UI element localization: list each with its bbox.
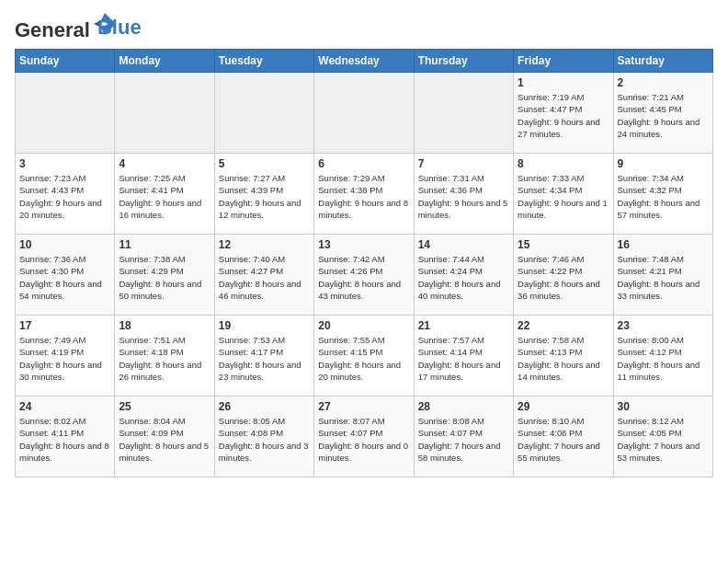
calendar-cell: 6Sunrise: 7:29 AM Sunset: 4:38 PM Daylig…: [314, 154, 414, 235]
calendar-cell: 4Sunrise: 7:25 AM Sunset: 4:41 PM Daylig…: [115, 154, 214, 235]
calendar-cell: 18Sunrise: 7:51 AM Sunset: 4:18 PM Dayli…: [115, 316, 214, 396]
calendar-cell: 5Sunrise: 7:27 AM Sunset: 4:39 PM Daylig…: [214, 154, 313, 235]
day-number: 19: [219, 319, 310, 332]
day-info: Sunrise: 7:21 AM Sunset: 4:45 PM Dayligh…: [618, 91, 709, 140]
calendar-cell: 13Sunrise: 7:42 AM Sunset: 4:26 PM Dayli…: [314, 235, 414, 316]
day-number: 13: [318, 238, 409, 251]
day-info: Sunrise: 8:08 AM Sunset: 4:07 PM Dayligh…: [418, 415, 509, 464]
day-number: 14: [418, 238, 509, 251]
day-number: 3: [19, 157, 110, 170]
calendar-cell: 26Sunrise: 8:05 AM Sunset: 4:08 PM Dayli…: [214, 396, 313, 477]
day-number: 11: [119, 238, 210, 251]
calendar-cell: [314, 73, 414, 154]
calendar-cell: 22Sunrise: 7:58 AM Sunset: 4:13 PM Dayli…: [514, 316, 613, 396]
day-info: Sunrise: 7:51 AM Sunset: 4:18 PM Dayligh…: [119, 334, 210, 383]
page-header: General Blue: [15, 15, 713, 41]
column-header-wednesday: Wednesday: [314, 50, 414, 73]
logo: General Blue: [15, 15, 142, 41]
day-number: 23: [618, 319, 709, 332]
column-header-friday: Friday: [514, 50, 613, 73]
calendar-cell: 12Sunrise: 7:40 AM Sunset: 4:27 PM Dayli…: [214, 235, 313, 316]
day-info: Sunrise: 8:00 AM Sunset: 4:12 PM Dayligh…: [618, 334, 709, 383]
calendar-cell: 20Sunrise: 7:55 AM Sunset: 4:15 PM Dayli…: [314, 316, 414, 396]
calendar-week-0: 1Sunrise: 7:19 AM Sunset: 4:47 PM Daylig…: [16, 73, 713, 154]
calendar-cell: 21Sunrise: 7:57 AM Sunset: 4:14 PM Dayli…: [414, 316, 513, 396]
calendar-cell: [115, 73, 214, 154]
day-number: 26: [219, 400, 310, 413]
day-number: 21: [418, 319, 509, 332]
day-info: Sunrise: 7:36 AM Sunset: 4:30 PM Dayligh…: [19, 253, 110, 302]
day-info: Sunrise: 7:19 AM Sunset: 4:47 PM Dayligh…: [518, 91, 609, 140]
day-number: 20: [318, 319, 409, 332]
day-info: Sunrise: 7:40 AM Sunset: 4:27 PM Dayligh…: [219, 253, 310, 302]
calendar-week-4: 24Sunrise: 8:02 AM Sunset: 4:11 PM Dayli…: [16, 396, 713, 477]
day-number: 16: [618, 238, 709, 251]
day-info: Sunrise: 7:49 AM Sunset: 4:19 PM Dayligh…: [19, 334, 110, 383]
calendar-cell: 1Sunrise: 7:19 AM Sunset: 4:47 PM Daylig…: [514, 73, 613, 154]
calendar-cell: 28Sunrise: 8:08 AM Sunset: 4:07 PM Dayli…: [414, 396, 513, 477]
day-number: 30: [618, 400, 709, 413]
day-info: Sunrise: 7:31 AM Sunset: 4:36 PM Dayligh…: [418, 172, 509, 221]
calendar-week-1: 3Sunrise: 7:23 AM Sunset: 4:43 PM Daylig…: [16, 154, 713, 235]
calendar-cell: 3Sunrise: 7:23 AM Sunset: 4:43 PM Daylig…: [16, 154, 115, 235]
calendar-header-row: SundayMondayTuesdayWednesdayThursdayFrid…: [16, 50, 713, 73]
day-info: Sunrise: 8:10 AM Sunset: 4:06 PM Dayligh…: [518, 415, 609, 464]
day-number: 28: [418, 400, 509, 413]
day-info: Sunrise: 7:58 AM Sunset: 4:13 PM Dayligh…: [518, 334, 609, 383]
calendar-cell: 29Sunrise: 8:10 AM Sunset: 4:06 PM Dayli…: [514, 396, 613, 477]
day-info: Sunrise: 8:02 AM Sunset: 4:11 PM Dayligh…: [19, 415, 110, 464]
column-header-monday: Monday: [115, 50, 214, 73]
calendar-cell: [16, 73, 115, 154]
day-number: 7: [418, 157, 509, 170]
calendar-cell: 11Sunrise: 7:38 AM Sunset: 4:29 PM Dayli…: [115, 235, 214, 316]
day-number: 9: [618, 157, 709, 170]
day-info: Sunrise: 7:57 AM Sunset: 4:14 PM Dayligh…: [418, 334, 509, 383]
day-number: 25: [119, 400, 210, 413]
day-info: Sunrise: 7:46 AM Sunset: 4:22 PM Dayligh…: [518, 253, 609, 302]
day-number: 6: [318, 157, 409, 170]
day-info: Sunrise: 8:04 AM Sunset: 4:09 PM Dayligh…: [119, 415, 210, 464]
day-info: Sunrise: 7:42 AM Sunset: 4:26 PM Dayligh…: [318, 253, 409, 302]
calendar-cell: 23Sunrise: 8:00 AM Sunset: 4:12 PM Dayli…: [613, 316, 712, 396]
calendar-week-3: 17Sunrise: 7:49 AM Sunset: 4:19 PM Dayli…: [16, 316, 713, 396]
day-info: Sunrise: 7:33 AM Sunset: 4:34 PM Dayligh…: [518, 172, 609, 221]
day-number: 24: [19, 400, 110, 413]
day-number: 4: [119, 157, 210, 170]
column-header-saturday: Saturday: [613, 50, 712, 73]
calendar-cell: 25Sunrise: 8:04 AM Sunset: 4:09 PM Dayli…: [115, 396, 214, 477]
day-number: 10: [19, 238, 110, 251]
day-info: Sunrise: 7:34 AM Sunset: 4:32 PM Dayligh…: [618, 172, 709, 221]
day-number: 22: [518, 319, 609, 332]
calendar-cell: 9Sunrise: 7:34 AM Sunset: 4:32 PM Daylig…: [613, 154, 712, 235]
calendar-cell: 24Sunrise: 8:02 AM Sunset: 4:11 PM Dayli…: [16, 396, 115, 477]
day-info: Sunrise: 7:29 AM Sunset: 4:38 PM Dayligh…: [318, 172, 409, 221]
column-header-sunday: Sunday: [16, 50, 115, 73]
calendar-cell: 27Sunrise: 8:07 AM Sunset: 4:07 PM Dayli…: [314, 396, 414, 477]
calendar-body: 1Sunrise: 7:19 AM Sunset: 4:47 PM Daylig…: [16, 73, 713, 477]
calendar-table: SundayMondayTuesdayWednesdayThursdayFrid…: [15, 49, 713, 477]
calendar-cell: 19Sunrise: 7:53 AM Sunset: 4:17 PM Dayli…: [214, 316, 313, 396]
calendar-cell: 30Sunrise: 8:12 AM Sunset: 4:05 PM Dayli…: [613, 396, 712, 477]
day-number: 27: [318, 400, 409, 413]
day-info: Sunrise: 8:07 AM Sunset: 4:07 PM Dayligh…: [318, 415, 409, 464]
day-info: Sunrise: 7:48 AM Sunset: 4:21 PM Dayligh…: [618, 253, 709, 302]
day-number: 1: [518, 76, 609, 89]
day-info: Sunrise: 7:55 AM Sunset: 4:15 PM Dayligh…: [318, 334, 409, 383]
day-number: 8: [518, 157, 609, 170]
day-number: 15: [518, 238, 609, 251]
calendar-cell: 17Sunrise: 7:49 AM Sunset: 4:19 PM Dayli…: [16, 316, 115, 396]
day-number: 17: [19, 319, 110, 332]
day-info: Sunrise: 7:38 AM Sunset: 4:29 PM Dayligh…: [119, 253, 210, 302]
calendar-cell: 16Sunrise: 7:48 AM Sunset: 4:21 PM Dayli…: [613, 235, 712, 316]
day-info: Sunrise: 7:23 AM Sunset: 4:43 PM Dayligh…: [19, 172, 110, 221]
day-info: Sunrise: 7:44 AM Sunset: 4:24 PM Dayligh…: [418, 253, 509, 302]
day-info: Sunrise: 8:12 AM Sunset: 4:05 PM Dayligh…: [618, 415, 709, 464]
day-number: 5: [219, 157, 310, 170]
column-header-thursday: Thursday: [414, 50, 513, 73]
day-number: 2: [618, 76, 709, 89]
calendar-cell: 8Sunrise: 7:33 AM Sunset: 4:34 PM Daylig…: [514, 154, 613, 235]
day-number: 18: [119, 319, 210, 332]
calendar-cell: 7Sunrise: 7:31 AM Sunset: 4:36 PM Daylig…: [414, 154, 513, 235]
day-number: 12: [219, 238, 310, 251]
day-info: Sunrise: 7:25 AM Sunset: 4:41 PM Dayligh…: [119, 172, 210, 221]
